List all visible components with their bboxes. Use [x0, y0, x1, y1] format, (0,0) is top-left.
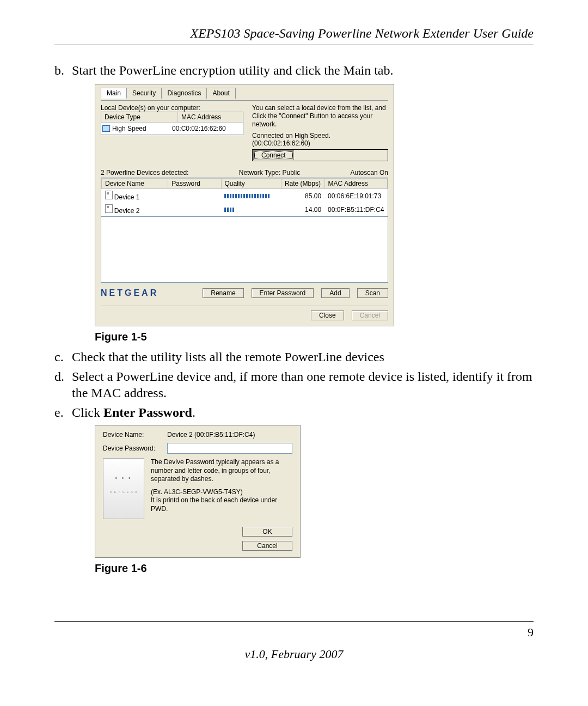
add-button[interactable]: Add	[321, 288, 349, 298]
col-mac: MAC Address	[324, 179, 387, 189]
figure-1-5-window: Main Security Diagnostics About Local De…	[95, 84, 394, 326]
tab-security[interactable]: Security	[126, 88, 162, 99]
devices-detected-label: 2 Powerline Devices detected:	[101, 169, 188, 176]
step-e: e. Click Enter Password.	[54, 404, 534, 421]
step-d-text: Select a PowerLine device and, if more t…	[72, 368, 534, 401]
col-rate: Rate (Mbps)	[281, 179, 324, 189]
password-help-1: The Devive Password typically appears as…	[151, 458, 292, 484]
cell-password	[168, 189, 221, 203]
grid-empty-area	[101, 217, 388, 283]
rename-button[interactable]: Rename	[203, 288, 243, 298]
cell-name: Device 1	[114, 193, 140, 201]
col-password: Password	[168, 179, 221, 189]
header-rule	[54, 45, 534, 45]
device-name-value: Device 2 (00:0F:B5:11:DF:C4)	[167, 431, 255, 439]
table-row[interactable]: Device 1 85.00 00:06:6E:19:01:73	[102, 189, 388, 203]
cancel-button: Cancel	[352, 311, 388, 320]
autoscan-label: Autoscan On	[351, 169, 388, 176]
device-password-input[interactable]	[167, 443, 292, 454]
device-image-icon	[103, 458, 144, 519]
local-devices-list: Device Type MAC Address High Speed 00:C0…	[101, 112, 243, 135]
step-b: b. Start the PowerLine encryption utilit…	[54, 62, 534, 78]
step-e-marker: e.	[54, 404, 72, 421]
device-name-label: Device Name:	[103, 431, 167, 439]
connect-hint: You can select a local device from the l…	[252, 104, 388, 129]
devices-grid: Device Name Password Quality Rate (Mbps)…	[101, 178, 388, 217]
footer-rule	[54, 621, 534, 622]
connect-button[interactable]: Connect	[253, 150, 294, 160]
cell-password	[168, 203, 221, 216]
step-e-bold: Enter Password	[103, 405, 192, 419]
cell-rate: 85.00	[281, 189, 324, 203]
col-quality: Quality	[221, 179, 281, 189]
col-mac-address: MAC Address	[178, 112, 243, 122]
netgear-logo: NETGEAR	[101, 288, 158, 298]
step-c-marker: c.	[54, 349, 72, 365]
step-d: d. Select a PowerLine device and, if mor…	[54, 368, 534, 401]
device-icon	[105, 204, 113, 213]
figure-1-6-caption: Figure 1-6	[95, 562, 534, 575]
doc-header: XEPS103 Space-Saving Powerline Network E…	[54, 26, 534, 41]
cell-rate: 14.00	[281, 203, 324, 216]
cell-name: Device 2	[114, 207, 140, 215]
local-device-row[interactable]: High Speed 00:C0:02:16:62:60	[101, 123, 243, 135]
tab-about[interactable]: About	[206, 88, 235, 99]
step-e-pre: Click	[72, 405, 103, 419]
monitor-icon	[102, 125, 110, 132]
doc-version: v1.0, February 2007	[0, 647, 588, 661]
figure-1-5-caption: Figure 1-5	[95, 331, 534, 343]
password-help-2: (Ex. AL3C-SEGP-VWG5-T4SY) It is printd o…	[151, 488, 292, 514]
cell-mac: 00:06:6E:19:01:73	[324, 189, 387, 203]
network-type-label: Network Type: Public	[239, 169, 301, 176]
connected-status: Connected on High Speed. (00:C0:02:16:62…	[252, 132, 388, 147]
col-device-name: Device Name	[102, 179, 168, 189]
page-number: 9	[528, 625, 534, 640]
enter-password-button[interactable]: Enter Password	[252, 288, 314, 298]
col-device-type: Device Type	[101, 112, 178, 122]
cancel-button[interactable]: Cancel	[242, 541, 292, 551]
device-icon	[105, 191, 113, 199]
tab-diagnostics[interactable]: Diagnostics	[161, 88, 207, 99]
local-devices-label: Local Device(s) on your computer:	[101, 104, 243, 112]
step-b-text: Start the PowerLine encryption utility a…	[72, 62, 394, 78]
table-row[interactable]: Device 2 14.00 00:0F:B5:11:DF:C4	[102, 203, 388, 216]
close-button[interactable]: Close	[311, 311, 344, 320]
quality-bar	[224, 208, 234, 212]
local-device-mac: 00:C0:02:16:62:60	[172, 125, 226, 132]
quality-bar	[224, 194, 270, 198]
step-c-text: Check that the utility lists all the rem…	[72, 349, 384, 365]
step-d-marker: d.	[54, 368, 72, 401]
cell-mac: 00:0F:B5:11:DF:C4	[324, 203, 387, 216]
step-e-post: .	[192, 405, 195, 419]
device-password-label: Device Password:	[103, 445, 167, 452]
step-b-marker: b.	[54, 62, 72, 78]
figure-1-6-dialog: Device Name: Device 2 (00:0F:B5:11:DF:C4…	[95, 425, 301, 558]
scan-button[interactable]: Scan	[357, 288, 388, 298]
tab-bar: Main Security Diagnostics About	[101, 88, 388, 99]
ok-button[interactable]: OK	[242, 527, 292, 537]
local-device-type: High Speed	[111, 125, 172, 132]
tab-main[interactable]: Main	[101, 88, 127, 99]
step-c: c. Check that the utility lists all the …	[54, 349, 534, 365]
